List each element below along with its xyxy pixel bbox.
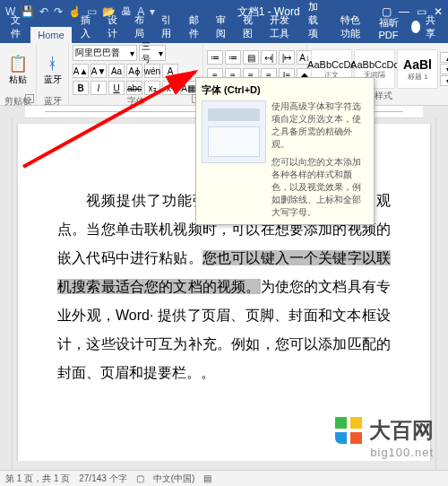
- tooltip-preview-icon: [202, 100, 266, 163]
- font-family-dropdown[interactable]: 阿里巴巴普▾: [73, 45, 137, 61]
- chevron-down-icon: ▾: [159, 48, 163, 58]
- font-dialog-tooltip: 字体 (Ctrl+D) 使用高级字体和字符选项自定义所选文本，使之具备所需的精确…: [195, 77, 375, 225]
- status-word-count[interactable]: 27/143 个字: [79, 473, 126, 485]
- undo-icon[interactable]: ↶: [39, 5, 48, 18]
- tab-mailings[interactable]: 邮件: [182, 11, 207, 43]
- superscript-button[interactable]: x²: [162, 81, 178, 95]
- tooltip-text: 使用高级字体和字符选项自定义所选文本，使之具备所需的精确外观。 您可以向您的文本…: [271, 100, 368, 219]
- strike-button[interactable]: abc: [126, 81, 142, 95]
- svg-rect-2: [350, 417, 362, 429]
- styles-more-icon[interactable]: ▾: [440, 75, 448, 86]
- style-heading1[interactable]: AaBl 标题 1: [397, 49, 438, 89]
- tab-layout[interactable]: 布局: [127, 11, 152, 43]
- font-size-dropdown[interactable]: 三号▾: [139, 45, 166, 61]
- group-clipboard: 📋 粘贴 剪贴板 ↘: [0, 43, 37, 105]
- phonetic-button[interactable]: wén: [144, 64, 160, 78]
- group-bluetooth: ᚼ 蓝牙 蓝牙: [37, 43, 69, 105]
- tab-foxit[interactable]: 福昕PDF: [372, 13, 408, 43]
- tab-addins[interactable]: 加载项: [301, 0, 332, 43]
- paste-button[interactable]: 📋 粘贴: [4, 45, 32, 95]
- watermark-name: 大百网: [369, 416, 434, 445]
- tab-features[interactable]: 特色功能: [333, 11, 369, 43]
- change-case-button[interactable]: Aa: [108, 64, 125, 78]
- styles-scroll-up-icon[interactable]: ▴: [440, 52, 448, 63]
- svg-rect-1: [335, 417, 347, 429]
- page-margin-guide: [12, 118, 13, 470]
- bluetooth-icon: ᚼ: [47, 55, 57, 74]
- group-font: 阿里巴巴普▾ 三号▾ A▲ A▼ Aa Aϕ wén A B I U abc x…: [69, 43, 203, 105]
- tab-review[interactable]: 审阅: [209, 11, 234, 43]
- tooltip-title: 字体 (Ctrl+D): [202, 83, 368, 97]
- tab-file[interactable]: 文件: [4, 11, 29, 43]
- tab-developer[interactable]: 开发工具: [263, 11, 298, 43]
- status-macro-icon[interactable]: ▤: [203, 473, 211, 483]
- tab-insert[interactable]: 插入: [73, 11, 99, 43]
- tab-references[interactable]: 引用: [154, 11, 179, 43]
- share-button[interactable]: 共享: [426, 13, 439, 40]
- watermark-domain: big100.net: [333, 446, 434, 459]
- styles-scroll-down-icon[interactable]: ▾: [440, 64, 448, 74]
- bold-button[interactable]: B: [73, 81, 89, 95]
- bullets-button[interactable]: ≔: [207, 50, 223, 65]
- tab-home[interactable]: Home: [30, 27, 71, 43]
- ribbon-tabs: 文件 Home 插入 设计 布局 引用 邮件 审阅 视图 开发工具 加载项 特色…: [0, 23, 448, 43]
- increase-indent-button[interactable]: |↦: [279, 50, 295, 65]
- italic-button[interactable]: I: [90, 81, 107, 95]
- decrease-indent-button[interactable]: ↤|: [261, 50, 277, 65]
- text-effects-button[interactable]: A▦: [180, 81, 196, 95]
- paste-icon: 📋: [8, 54, 28, 74]
- tab-view[interactable]: 视图: [236, 11, 261, 43]
- char-border-button[interactable]: A: [162, 64, 178, 78]
- page-margin-guide: [435, 118, 436, 470]
- status-bar: 第 1 页，共 1 页 27/143 个字 ▢ 中文(中国) ▤: [0, 470, 448, 486]
- underline-button[interactable]: U: [108, 81, 125, 95]
- grow-font-button[interactable]: A▲: [73, 64, 89, 78]
- status-page[interactable]: 第 1 页，共 1 页: [5, 473, 70, 485]
- user-avatar-icon[interactable]: [411, 21, 420, 33]
- subscript-button[interactable]: x₂: [144, 81, 160, 95]
- watermark: 大百网 big100.net: [333, 415, 434, 459]
- clipboard-launcher[interactable]: ↘: [25, 94, 34, 103]
- multilevel-button[interactable]: ▤: [243, 50, 259, 65]
- status-language[interactable]: 中文(中国): [153, 473, 195, 485]
- bluetooth-button[interactable]: ᚼ 蓝牙: [40, 45, 65, 95]
- clear-format-button[interactable]: Aϕ: [126, 64, 142, 78]
- paragraph-mark-icon: 。: [201, 365, 215, 380]
- numbering-button[interactable]: ≔: [225, 50, 241, 65]
- status-proof-icon[interactable]: ▢: [136, 473, 144, 483]
- tab-design[interactable]: 设计: [100, 11, 125, 43]
- chevron-down-icon: ▾: [130, 48, 134, 58]
- watermark-logo-icon: [333, 415, 364, 446]
- svg-rect-3: [350, 432, 362, 444]
- redo-icon[interactable]: ↷: [54, 5, 63, 18]
- shrink-font-button[interactable]: A▼: [90, 64, 107, 78]
